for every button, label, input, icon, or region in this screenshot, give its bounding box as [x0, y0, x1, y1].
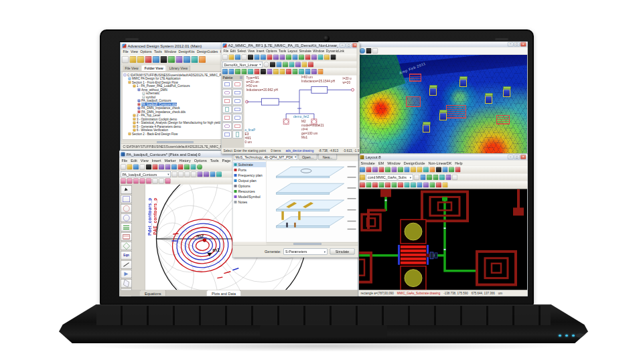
properties-icon[interactable]	[446, 175, 451, 180]
list-plot-icon[interactable]	[121, 223, 132, 232]
menu-designguide[interactable]: DesignGuide	[404, 161, 425, 165]
tuning-icon[interactable]	[273, 69, 279, 74]
zoom-in-icon[interactable]	[171, 164, 177, 169]
component-cap-icon[interactable]	[222, 114, 232, 122]
pad-green-icon[interactable]	[392, 182, 397, 187]
menu-view[interactable]: View	[131, 50, 138, 54]
menu-window[interactable]: Window	[313, 49, 324, 53]
menu-designguides[interactable]: DesignGuides	[197, 50, 218, 54]
stop-sim-icon[interactable]	[305, 54, 311, 60]
marker-m2-point[interactable]	[203, 238, 206, 242]
menu-tools[interactable]: Tools	[210, 158, 219, 162]
menu-view[interactable]: View	[141, 158, 149, 162]
trace-icon[interactable]	[216, 171, 222, 177]
open-example-icon[interactable]	[137, 56, 144, 63]
snap-mode-icon[interactable]	[433, 175, 439, 180]
sweep-icon[interactable]	[280, 69, 285, 74]
marker-readout-icon[interactable]	[165, 178, 171, 183]
zoom-fit-icon[interactable]	[184, 164, 190, 169]
reset-view-icon[interactable]	[372, 48, 378, 54]
via-red-icon[interactable]	[372, 182, 378, 187]
new-workspace-icon[interactable]	[122, 56, 129, 63]
drc-icon[interactable]	[430, 182, 435, 187]
component-fet-icon[interactable]	[222, 106, 232, 113]
data-display-icon[interactable]	[293, 69, 298, 74]
menu-window[interactable]: Window	[164, 50, 176, 54]
component-port-icon[interactable]	[222, 122, 232, 130]
minimize-button[interactable]	[340, 43, 346, 48]
component-ind-icon[interactable]	[233, 106, 242, 113]
library-icon[interactable]	[176, 56, 183, 63]
nav-options[interactable]: Options	[233, 183, 267, 189]
component-res-icon[interactable]	[233, 114, 242, 122]
polygon-tool-icon[interactable]	[121, 279, 132, 288]
tab-file-view[interactable]: File View	[123, 66, 141, 72]
plot-settings-icon[interactable]	[210, 171, 216, 177]
component-mcross-icon[interactable]	[233, 98, 242, 105]
insert-path-icon[interactable]	[405, 167, 410, 172]
first-page-icon[interactable]	[172, 171, 177, 177]
last-page-icon[interactable]	[191, 171, 196, 177]
library-icon[interactable]	[324, 54, 330, 60]
nav-model-symbol[interactable]: Model/Symbol	[233, 194, 267, 199]
prev-page-icon[interactable]	[178, 171, 184, 177]
snapshot-icon[interactable]	[198, 171, 203, 177]
save-icon[interactable]	[133, 164, 139, 169]
menu-em[interactable]: EM	[378, 161, 384, 165]
pin-red-icon[interactable]	[360, 182, 365, 187]
generate-combo[interactable]: S-Parameters	[284, 248, 328, 254]
pointer-icon[interactable]	[146, 164, 151, 169]
component-palette-combo[interactable]: DemoKit_Non_Linear	[222, 62, 263, 68]
pencil-icon[interactable]	[360, 175, 365, 180]
stop-icon[interactable]	[286, 69, 291, 74]
insert-via-icon[interactable]	[443, 167, 448, 172]
menu-insert[interactable]: Insert	[257, 49, 265, 53]
history-icon[interactable]	[204, 171, 209, 177]
var-eqn-icon[interactable]	[311, 69, 317, 74]
technology-combo[interactable]: MoS_Technology_4b-QPH_MT_PDK	[234, 154, 297, 160]
resistor-icon[interactable]	[248, 69, 253, 74]
insert-circle-icon[interactable]	[423, 167, 429, 172]
menu-file[interactable]: File	[122, 158, 128, 162]
line-tool-icon[interactable]	[121, 260, 132, 269]
view-all-icon[interactable]	[385, 167, 390, 172]
insert-polygon-icon[interactable]	[411, 167, 416, 172]
menu-nonlineardk[interactable]: Non-LinearDK	[429, 161, 452, 165]
menu-marker[interactable]: Marker	[164, 158, 175, 162]
highlight-icon[interactable]	[308, 62, 313, 67]
capacitor-icon[interactable]	[242, 69, 247, 74]
hierarchy-icon[interactable]	[295, 62, 301, 67]
via-green-icon[interactable]	[379, 182, 384, 187]
component-via-icon[interactable]	[222, 98, 232, 105]
wire-label-icon[interactable]	[289, 62, 295, 67]
zoom-out-icon[interactable]	[178, 164, 184, 169]
globe-view-icon[interactable]	[360, 48, 365, 54]
sim-settings-icon[interactable]	[299, 69, 304, 74]
display-icon[interactable]	[331, 54, 336, 60]
insert-arc-icon[interactable]	[430, 167, 435, 172]
new-icon[interactable]	[222, 54, 228, 60]
undo-icon[interactable]	[159, 164, 164, 169]
pad-red-icon[interactable]	[385, 182, 390, 187]
archive-icon[interactable]	[145, 56, 152, 63]
marker-valley-icon[interactable]	[140, 178, 145, 183]
pin-green-icon[interactable]	[366, 182, 372, 187]
zoom-area-icon[interactable]	[372, 167, 378, 172]
vertical-scrollbar[interactable]	[357, 43, 360, 154]
menu-options[interactable]: Options	[194, 158, 207, 162]
stacked-plot-icon[interactable]	[121, 232, 132, 241]
zoom-in-icon[interactable]	[360, 167, 365, 172]
save-icon[interactable]	[235, 54, 240, 60]
layer-combo[interactable]: cond:MMIC_GaAs_Subs	[366, 174, 413, 180]
netlist-icon[interactable]	[261, 69, 266, 74]
component-stub-icon[interactable]	[233, 131, 242, 139]
insert-rect-icon[interactable]	[417, 167, 423, 172]
redo-icon[interactable]	[280, 54, 285, 60]
pointer-icon[interactable]	[248, 54, 253, 60]
smith-chart-icon[interactable]	[121, 213, 132, 222]
schematic-canvas[interactable]: Type=M1 w=20 um l=50 um Inductance=20.96…	[244, 76, 357, 148]
marker-peak-icon[interactable]	[133, 178, 139, 183]
tab-plots-and-data[interactable]: Plots and Data	[207, 290, 241, 296]
marker-m1-point[interactable]	[207, 253, 212, 256]
palette-pin-icon[interactable]	[240, 76, 242, 79]
